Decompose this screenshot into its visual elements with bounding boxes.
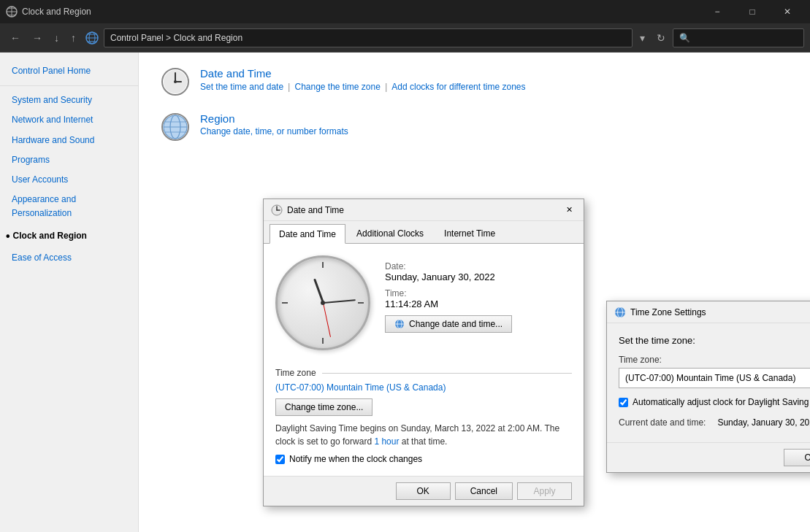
tz-select-wrapper: (UTC-07:00) Mountain Time (US & Canada) … [619,368,810,388]
tz-dialog-footer: OK Cancel [607,442,810,472]
region-title[interactable]: Region [200,112,348,125]
dst-highlight: 1 hour [374,436,399,447]
minute-hand [323,299,356,304]
second-hand [323,303,331,337]
tz-dst-checkbox[interactable] [619,398,628,407]
refresh-button[interactable]: ↻ [652,29,670,47]
address-bar: ← → ↓ ↑ Control Panel > Clock and Region… [0,23,810,53]
close-button[interactable]: ✕ [771,0,804,23]
address-path-text: Control Panel > Clock and Region [110,33,242,43]
hour-hand [313,279,324,304]
change-timezone-button[interactable]: Change time zone... [275,398,372,416]
sidebar-item-user-accounts[interactable]: User Accounts [0,170,138,190]
sidebar-item-appearance[interactable]: Appearance and Personalization [0,190,138,223]
sidebar: Control Panel Home System and Security N… [0,53,139,532]
time-value: 11:14:28 AM [385,298,572,309]
tz-dst-checkbox-row: Automatically adjust clock for Daylight … [619,397,810,407]
timezone-section: Time zone (UTC-07:00) Mountain Time (US … [275,362,572,464]
search-icon: 🔍 [679,33,690,43]
tz-ok-button[interactable]: OK [784,449,810,466]
tz-current-label: Current date and time: [619,417,706,428]
date-value: Sunday, January 30, 2022 [385,271,572,282]
minimize-button[interactable]: − [700,0,734,23]
tab-date-time[interactable]: Date and Time [270,224,345,244]
timezone-divider [322,373,572,374]
sidebar-item-clock-region[interactable]: Clock and Region [0,224,138,249]
change-datetime-label: Change date and time... [409,319,503,329]
time-label: Time: [385,288,572,298]
dialog-tabs: Date and Time Additional Clocks Internet… [264,221,584,244]
tz-dialog-icon [614,307,626,318]
clock-center [321,301,325,305]
tz-field-label: Time zone: [619,355,810,365]
sidebar-item-ease-access[interactable]: Ease of Access [0,248,138,268]
dialog-body: Date: Sunday, January 30, 2022 Time: 11:… [264,244,584,476]
tz-current-value: Sunday, January 30, 2022, 11:14 AM [717,417,810,428]
window-title: Clock and Region [22,7,700,17]
change-formats-link[interactable]: Change date, time, or number formats [200,126,348,136]
restore-button[interactable]: □ [736,0,769,23]
title-bar: Clock and Region − □ ✕ [0,0,810,23]
tz-dst-label[interactable]: Automatically adjust clock for Daylight … [633,397,810,407]
ok-button[interactable]: OK [396,482,451,500]
tz-set-label: Set the time zone: [619,335,810,346]
change-timezone-link[interactable]: Change the time zone [294,82,380,92]
sidebar-item-system-security[interactable]: System and Security [0,90,138,110]
clock-face [275,255,370,350]
globe-icon [85,31,99,45]
dialog-close-button[interactable]: ✕ [562,203,576,217]
dialog-title-text: Date and Time [287,205,557,215]
dropdown-button[interactable]: ▾ [635,29,649,47]
dialog-footer: OK Cancel Apply [264,476,584,506]
region-info: Region Change date, time, or number form… [200,112,348,136]
dialog-title-bar: Date and Time ✕ [264,199,584,221]
change-datetime-button[interactable]: Change date and time... [385,315,512,333]
category-region: Region Change date, time, or number form… [161,112,788,142]
set-time-link[interactable]: Set the time and date [200,82,283,92]
date-time-dialog: Date and Time ✕ Date and Time Additional… [263,198,584,506]
forward-button[interactable]: → [28,29,47,47]
notify-checkbox[interactable] [275,455,285,464]
region-links: Change date, time, or number formats [200,126,348,136]
apply-button[interactable]: Apply [517,482,572,500]
date-time-icon [161,67,190,96]
notify-label[interactable]: Notify me when the clock changes [289,454,422,464]
region-icon [161,112,190,142]
category-date-time: Date and Time Set the time and date | Ch… [161,67,788,96]
timezone-label-row: Time zone [275,368,572,378]
datetime-info: Date: Sunday, January 30, 2022 Time: 11:… [385,255,572,333]
tz-dialog-title-text: Time Zone Settings [630,307,810,317]
tz-dialog-body: Set the time zone: Time zone: (UTC-07:00… [607,323,810,442]
sidebar-item-hardware-sound[interactable]: Hardware and Sound [0,131,138,150]
content-area: Date and Time Set the time and date | Ch… [139,53,810,532]
up-button[interactable]: ↑ [66,29,80,47]
clock-container: Date: Sunday, January 30, 2022 Time: 11:… [275,255,572,350]
add-clocks-link[interactable]: Add clocks for different time zones [391,82,525,92]
dialog-clock-icon [271,204,283,216]
sidebar-item-control-panel-home[interactable]: Control Panel Home [0,61,138,81]
date-time-title[interactable]: Date and Time [200,67,525,80]
recent-button[interactable]: ↓ [50,29,64,47]
timezone-text-label: Time zone [275,368,316,378]
sidebar-item-network-internet[interactable]: Network and Internet [0,110,138,130]
back-button[interactable]: ← [6,29,25,47]
cancel-button[interactable]: Cancel [455,482,513,500]
dst-text: Daylight Saving Time begins on Sunday, M… [275,422,572,448]
svg-point-12 [174,80,177,83]
globe-small-icon [394,319,405,329]
tab-additional-clocks[interactable]: Additional Clocks [347,224,433,243]
main-area: Control Panel Home System and Security N… [0,53,810,532]
timezone-value: (UTC-07:00) Mountain Time (US & Canada) [275,382,572,393]
window-controls: − □ ✕ [700,0,804,23]
date-time-links: Set the time and date | Change the time … [200,81,525,92]
tab-internet-time[interactable]: Internet Time [435,224,505,243]
search-box[interactable]: 🔍 [673,28,804,47]
address-input[interactable]: Control Panel > Clock and Region [104,28,633,47]
tz-settings-dialog: Time Zone Settings ✕ Set the time zone: … [606,301,810,473]
sidebar-item-programs[interactable]: Programs [0,150,138,170]
tz-current-row: Current date and time: Sunday, January 3… [619,417,810,428]
notify-checkbox-row: Notify me when the clock changes [275,454,572,464]
tz-dialog-title-bar: Time Zone Settings ✕ [607,301,810,323]
window-icon [6,6,18,18]
tz-select[interactable]: (UTC-07:00) Mountain Time (US & Canada) [619,368,810,388]
